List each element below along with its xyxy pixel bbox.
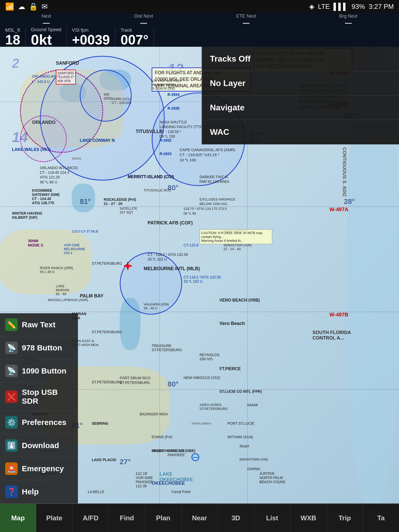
help-button[interactable]: ❓ Help <box>0 480 78 503</box>
raw-text-label: Raw Text <box>22 320 55 329</box>
brady-label: BRADY <box>152 449 164 453</box>
1090-label: 1090 Button <box>22 367 66 375</box>
w497b: W-497B <box>329 312 348 318</box>
right-panel: Tracks Off No Layer Navigate WAC <box>202 47 399 144</box>
flight-info-bar: Next — Dist Next — ETE Next — Brg Next — <box>0 13 399 27</box>
degree-80-2: 80° <box>168 380 178 388</box>
978-label: 978 Button <box>22 343 62 352</box>
tab-trip[interactable]: Trip <box>327 504 363 532</box>
degree-81-1: 81° <box>80 197 91 206</box>
tracks-off-button[interactable]: Tracks Off <box>202 47 399 71</box>
vor-dme-2: VOR-DMEMELBOURNE255.4 <box>64 243 85 255</box>
no-layer-label: No Layer <box>210 78 245 88</box>
tab-near[interactable]: Near <box>182 504 218 532</box>
978-button[interactable]: 📡 978 Button <box>0 336 78 360</box>
download-label: Download <box>22 441 59 450</box>
vor-dme-1: 110.0 Ch 37 MLB <box>72 229 98 233</box>
lock-icon: 🔒 <box>29 2 38 11</box>
1090-icon: 📡 <box>5 365 18 377</box>
stpete-1: ST.PETERSBURG <box>92 261 122 265</box>
canal-point: Canal Point <box>171 490 190 494</box>
okeechobee-label: OKEECHOBEE <box>152 481 185 486</box>
signal-bars-icon: ▌▌▌ <box>334 3 348 11</box>
patrick-freq: 133.75 * ATIS 119.175 273.508 *L 90 <box>184 207 227 216</box>
aircraft-position <box>123 261 133 271</box>
macdill: MACDILL AFB/AUX (AGR) <box>48 298 88 302</box>
978-icon: 📡 <box>5 342 18 354</box>
download-button[interactable]: ⬇️ Download <box>0 434 78 457</box>
stop-usb-icon: ❌ <box>5 390 18 403</box>
winter-havens: WINTER HAVENSGILBERT (GIF) <box>12 211 42 220</box>
miami-label: MIAMI <box>247 403 258 407</box>
airport-melbourne: MELBOURNE INTL (MLB) <box>144 266 200 271</box>
msl-group: MSL_ft 18 <box>0 28 26 46</box>
airport-vero-beach-2: VERO BEACH (VRB) <box>220 298 260 303</box>
stuart-label: Stuart <box>240 444 249 448</box>
tab-afd[interactable]: A/FD <box>72 504 109 532</box>
tab-3d[interactable]: 3D <box>218 504 254 532</box>
indiantown: INDIANTOWN (X58) <box>240 458 268 461</box>
airport-patrick: PATRICK AFB (COF) <box>148 220 193 226</box>
r2935: R-2935 <box>168 106 179 110</box>
w497a: W-497A <box>329 207 348 212</box>
tab-find[interactable]: Find <box>109 504 145 532</box>
stop-usb-button[interactable]: ❌ Stop USB SDR <box>0 383 78 411</box>
airport-ft-pierce: FT.PIERCE <box>220 367 241 371</box>
r2932: R-2932 <box>159 138 171 142</box>
sector-2: 2 <box>12 56 19 71</box>
melbourne-info: CT - 118.2 * ATIS 132.5533.*L 102 U <box>148 252 188 262</box>
land-2 <box>0 229 91 294</box>
navigate-label: Navigate <box>210 103 244 112</box>
preferences-icon: ⚙️ <box>5 416 18 429</box>
tab-map[interactable]: Map <box>0 504 36 532</box>
download-icon: ⬇️ <box>5 439 18 452</box>
signal-icon: 📶 <box>5 2 14 11</box>
next-waypoint: Next — <box>42 14 51 27</box>
okeechobee-symbol: — <box>191 453 199 461</box>
tab-wxb[interactable]: WXB <box>290 504 327 532</box>
navigate-button[interactable]: Navigate <box>202 96 399 120</box>
1090-button[interactable]: 📡 1090 Button <box>0 360 78 383</box>
r2934: R-2934 <box>168 92 179 97</box>
port-stlucie: PORT ST.LUCIE <box>228 421 255 425</box>
witham: WITHAM (SUA) <box>228 435 253 439</box>
lake-vor: 122.1RVOR-DMEPAHOKEE122.35 <box>136 471 153 488</box>
degree-28: 28° <box>344 197 355 206</box>
dist-next: Dist Next — <box>134 14 153 27</box>
raw-text-icon: ✏️ <box>5 318 18 331</box>
merritt-island: MERRITT-ISLAND (COI) <box>128 175 174 179</box>
tab-ta[interactable]: Ta <box>363 504 399 532</box>
pahokee: VOR-DMEPAHOKEE <box>168 449 185 457</box>
preferences-button[interactable]: ⚙️ Preferences <box>0 411 78 434</box>
airport-titusville: TITUSVILLE <box>136 129 162 134</box>
ete-next: ETE Next — <box>236 14 256 27</box>
stacks-label: stacks <box>72 156 81 160</box>
wac-button[interactable]: WAC <box>202 120 399 144</box>
sebastian-freq: SEBASTIAN (X26)22 - 14 - 40 <box>223 243 251 251</box>
tab-plate[interactable]: Plate <box>36 504 73 532</box>
airport-lake-placid: LAKE PLACID <box>92 458 116 462</box>
raw-text-button[interactable]: ✏️ Raw Text <box>0 313 78 336</box>
tab-plan[interactable]: Plan <box>145 504 182 532</box>
degree-27: 27° <box>120 458 131 466</box>
satellite-label: SATELLITE257 SQT <box>120 207 137 214</box>
airport-sebring: SEBRING <box>92 421 108 425</box>
freq-123: CT-123.6 <box>184 243 199 247</box>
stop-usb-label: Stop USB SDR <box>22 388 73 405</box>
reynolds: REYNOLDS338 IVD <box>200 353 220 361</box>
valkaria: VALKARIA (X59)26 - 40 U <box>144 302 169 310</box>
wac-label: WAC <box>210 127 229 137</box>
location-icon: ◈ <box>309 3 314 11</box>
new-hibiscus: NEW HIBISCUS (X52) <box>184 376 220 380</box>
aero-acres: AERO ACRESST.PETERSBURG <box>200 403 228 411</box>
no-layer-button[interactable]: No Layer <box>202 71 399 96</box>
evans-label: EVANS (Pvt) <box>152 435 172 439</box>
emergency-button[interactable]: 🚨 Emergency <box>0 457 78 480</box>
freq-palm-bay: CT-118.2 *ATIS 132.5533.*L 102 U <box>184 275 221 283</box>
help-label: Help <box>22 487 39 496</box>
tab-list[interactable]: List <box>254 504 290 532</box>
stpete-3: ST.PETERSBURG <box>92 380 122 384</box>
preferences-label: Preferences <box>22 418 66 427</box>
airport-vero-beach: Vero Beach <box>220 321 245 326</box>
emergency-label: Emergency <box>22 464 64 473</box>
